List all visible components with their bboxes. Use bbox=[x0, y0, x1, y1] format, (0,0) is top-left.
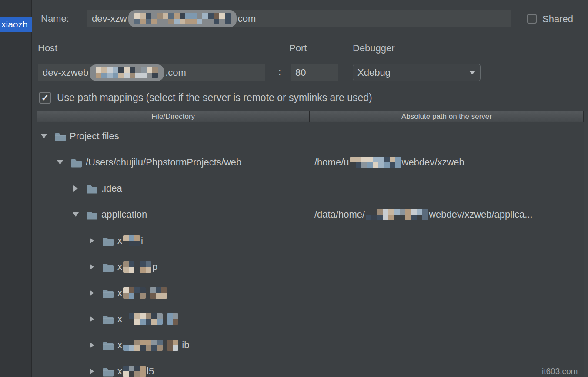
path-mappings-tree: Project files /Users/chujilu/PhpstormPro… bbox=[0, 123, 588, 377]
watermark-text: it603.com bbox=[542, 367, 578, 376]
name-input[interactable]: dev-xzwcom bbox=[87, 10, 511, 27]
column-header-file-directory[interactable]: File/Directory bbox=[37, 111, 309, 122]
tree-name-cell: .idea bbox=[73, 175, 122, 202]
tree-name-cell: xl5 bbox=[89, 358, 154, 377]
tree-row[interactable]: xp bbox=[0, 254, 588, 280]
mapped-path-cell[interactable] bbox=[314, 228, 581, 254]
tree-row[interactable]: x ib bbox=[0, 332, 588, 358]
tree-name-cell: /Users/chujilu/PhpstormProjects/web bbox=[57, 149, 241, 175]
server-settings-dialog: xiaozh Name: dev-xzwcom Shared Host Port… bbox=[0, 0, 588, 377]
folder-icon bbox=[102, 340, 114, 350]
tree-row[interactable]: xl5 bbox=[0, 358, 588, 377]
tree-name-cell: xp bbox=[89, 254, 157, 280]
host-label: Host bbox=[38, 43, 57, 54]
folder-icon bbox=[86, 210, 98, 220]
folder-icon bbox=[102, 236, 114, 246]
port-label: Port bbox=[289, 43, 307, 54]
name-label: Name: bbox=[41, 13, 69, 24]
tree-row[interactable]: .idea bbox=[0, 175, 588, 202]
collapse-arrow-icon[interactable] bbox=[89, 342, 95, 348]
tree-name-cell: Project files bbox=[41, 123, 119, 149]
collapse-arrow-icon[interactable] bbox=[73, 185, 79, 192]
folder-icon bbox=[54, 131, 66, 141]
tree-row[interactable]: xi bbox=[0, 228, 588, 254]
tree-row[interactable]: application /data/home/webdev/xzweb/appl… bbox=[0, 202, 588, 228]
expand-arrow-icon[interactable] bbox=[73, 212, 79, 217]
tree-row[interactable]: /Users/chujilu/PhpstormProjects/web /hom… bbox=[0, 149, 588, 175]
scrollbar-track[interactable] bbox=[584, 111, 588, 377]
mapped-path-cell[interactable] bbox=[314, 306, 581, 332]
folder-icon bbox=[86, 184, 98, 194]
tree-row[interactable]: Project files bbox=[0, 123, 588, 149]
host-input[interactable]: dev-xzweb.com bbox=[38, 64, 265, 81]
mapped-path-cell[interactable] bbox=[314, 175, 581, 202]
mapped-path-cell[interactable]: /data/home/webdev/xzweb/applica... bbox=[314, 202, 581, 228]
folder-icon bbox=[102, 367, 114, 377]
debugger-selected-value: Xdebug bbox=[357, 67, 391, 78]
folder-icon bbox=[102, 262, 114, 272]
collapse-arrow-icon[interactable] bbox=[89, 290, 95, 296]
tree-name-cell: x ib bbox=[89, 332, 189, 358]
tree-item-label: x bbox=[117, 287, 168, 299]
mapped-path-cell[interactable] bbox=[314, 254, 581, 280]
tree-name-cell: x bbox=[89, 306, 179, 332]
use-path-mappings-checkbox[interactable]: ✓ bbox=[39, 92, 51, 104]
tree-item-label: x ib bbox=[117, 340, 189, 351]
tree-row[interactable]: x bbox=[0, 280, 588, 306]
collapse-arrow-icon[interactable] bbox=[89, 264, 95, 270]
mappings-table-header: File/Directory Absolute path on the serv… bbox=[37, 111, 584, 122]
selected-server-label: xiaozh bbox=[1, 19, 28, 30]
collapse-arrow-icon[interactable] bbox=[89, 316, 95, 322]
mapped-path-cell[interactable] bbox=[314, 123, 581, 149]
tree-item-label: x bbox=[117, 313, 179, 325]
tree-name-cell: x bbox=[89, 280, 168, 306]
mapped-path-cell[interactable] bbox=[314, 332, 581, 358]
folder-icon bbox=[102, 288, 114, 298]
tree-item-label: xl5 bbox=[117, 366, 154, 377]
mapped-path-cell[interactable]: /home/uwebdev/xzweb bbox=[314, 149, 581, 175]
use-path-mappings-label: Use path mappings (select if the server … bbox=[57, 92, 372, 104]
debugger-dropdown[interactable]: Xdebug bbox=[353, 64, 481, 81]
tree-item-label: Project files bbox=[70, 131, 119, 142]
shared-checkbox[interactable] bbox=[527, 14, 537, 24]
tree-row[interactable]: x bbox=[0, 306, 588, 332]
folder-icon bbox=[70, 158, 82, 168]
debugger-label: Debugger bbox=[353, 43, 395, 54]
dropdown-arrow-icon bbox=[469, 71, 476, 74]
tree-name-cell: xi bbox=[89, 228, 143, 254]
tree-name-cell: application bbox=[73, 202, 147, 228]
tree-item-label: xi bbox=[117, 235, 143, 246]
host-port-separator: : bbox=[278, 66, 281, 77]
port-input[interactable]: 80 bbox=[291, 64, 338, 81]
mapped-path-cell[interactable] bbox=[314, 358, 581, 377]
collapse-arrow-icon[interactable] bbox=[89, 238, 95, 244]
expand-arrow-icon[interactable] bbox=[41, 134, 47, 138]
tree-item-label: xp bbox=[117, 261, 157, 273]
expand-arrow-icon[interactable] bbox=[57, 160, 63, 165]
column-header-absolute-path[interactable]: Absolute path on the server bbox=[310, 111, 583, 122]
collapse-arrow-icon[interactable] bbox=[89, 368, 95, 374]
folder-icon bbox=[102, 314, 114, 324]
tree-item-label: .idea bbox=[101, 183, 122, 194]
tree-item-label: application bbox=[101, 209, 147, 220]
shared-label: Shared bbox=[542, 13, 573, 25]
sidebar-item-selected-server[interactable]: xiaozh bbox=[0, 17, 32, 32]
mapped-path-cell[interactable] bbox=[314, 280, 581, 306]
tree-item-label: /Users/chujilu/PhpstormProjects/web bbox=[86, 157, 241, 168]
